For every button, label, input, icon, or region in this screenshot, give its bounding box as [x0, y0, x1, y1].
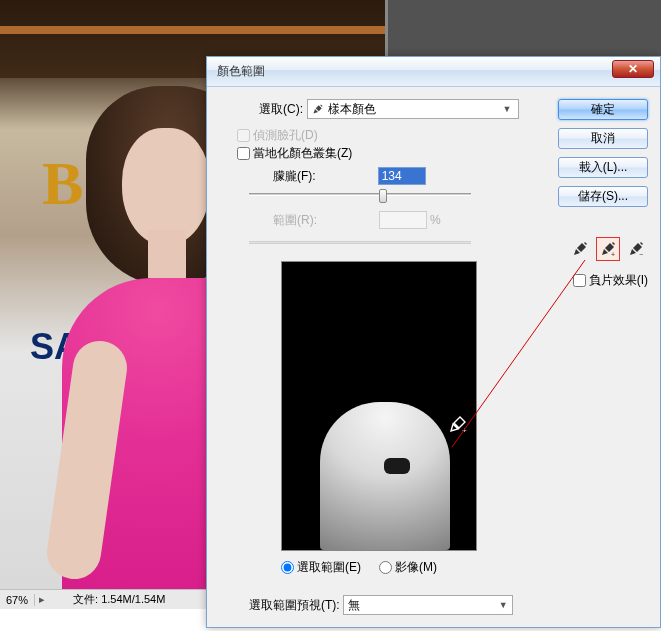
zoom-level[interactable]: 67% — [0, 594, 35, 606]
invert-checkbox[interactable]: 負片效果(I) — [573, 272, 648, 289]
svg-text:+: + — [611, 251, 615, 258]
zoom-chevron-icon[interactable]: ▸ — [35, 593, 49, 606]
detect-faces-checkbox[interactable]: 偵測臉孔(D) — [237, 127, 318, 144]
fuzziness-label: 朦朧(F): — [273, 168, 316, 185]
color-range-dialog: 顏色範圍 ✕ 選取(C): 樣本顏色 ▼ 偵測臉孔(D) 當地化顏色叢集(Z) — [206, 56, 661, 628]
chevron-down-icon: ▼ — [500, 104, 514, 114]
localized-clusters-label: 當地化顏色叢集(Z) — [253, 145, 352, 162]
eyedropper-cursor-icon: + — [448, 414, 468, 437]
dialog-title: 顏色範圍 — [217, 63, 265, 80]
select-label: 選取(C): — [259, 101, 303, 118]
save-button[interactable]: 儲存(S)... — [558, 186, 648, 207]
chevron-down-icon: ▼ — [499, 600, 508, 610]
cancel-button[interactable]: 取消 — [558, 128, 648, 149]
range-slider — [249, 235, 471, 249]
app-dark-background — [388, 0, 661, 56]
radio-selection[interactable]: 選取範圍(E) — [281, 559, 361, 576]
fuzziness-slider[interactable] — [249, 187, 471, 201]
select-value: 樣本顏色 — [324, 101, 500, 118]
photo-letter-b: B — [42, 148, 83, 219]
eyedropper-tool[interactable] — [568, 237, 592, 261]
svg-text:−: − — [639, 251, 643, 258]
eyedropper-add-tool[interactable]: + — [596, 237, 620, 261]
select-dropdown[interactable]: 樣本顏色 ▼ — [307, 99, 519, 119]
radio-image[interactable]: 影像(M) — [379, 559, 437, 576]
range-label: 範圍(R): — [273, 212, 317, 229]
svg-text:+: + — [462, 426, 467, 434]
slider-thumb[interactable] — [379, 189, 387, 203]
radio-selection-label: 選取範圍(E) — [297, 559, 361, 576]
load-button[interactable]: 載入(L)... — [558, 157, 648, 178]
radio-image-label: 影像(M) — [395, 559, 437, 576]
range-percent: % — [430, 213, 441, 227]
eyedropper-subtract-tool[interactable]: − — [624, 237, 648, 261]
detect-faces-label: 偵測臉孔(D) — [253, 127, 318, 144]
localized-clusters-checkbox[interactable]: 當地化顏色叢集(Z) — [237, 145, 352, 162]
selection-preview[interactable]: + — [281, 261, 477, 551]
preview-mode-value: 無 — [348, 597, 360, 614]
file-label: 文件: — [73, 593, 98, 605]
close-icon: ✕ — [628, 62, 638, 76]
preview-mode-label: 選取範圍預視(T): — [249, 597, 340, 614]
eyedropper-small-icon — [312, 103, 324, 115]
preview-mode-dropdown[interactable]: 無 ▼ — [343, 595, 513, 615]
file-size: 1.54M/1.54M — [101, 593, 165, 605]
ok-button[interactable]: 確定 — [558, 99, 648, 120]
close-button[interactable]: ✕ — [612, 60, 654, 78]
range-input — [379, 211, 427, 229]
invert-label: 負片效果(I) — [589, 272, 648, 289]
titlebar[interactable]: 顏色範圍 ✕ — [207, 57, 660, 87]
fuzziness-input[interactable] — [378, 167, 426, 185]
